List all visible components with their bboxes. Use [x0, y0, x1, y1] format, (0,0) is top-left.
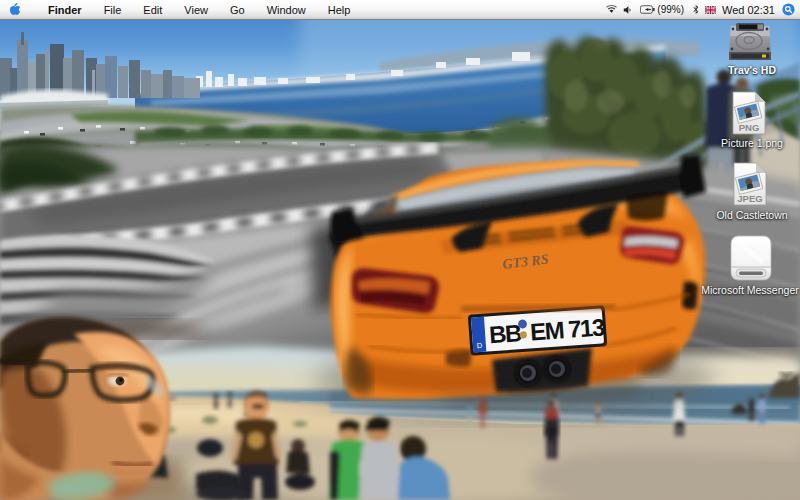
- svg-text:EM 713: EM 713: [529, 313, 606, 345]
- svg-text:BB: BB: [488, 319, 523, 348]
- svg-text:PNG: PNG: [739, 122, 760, 133]
- svg-text:JPEG: JPEG: [737, 193, 762, 204]
